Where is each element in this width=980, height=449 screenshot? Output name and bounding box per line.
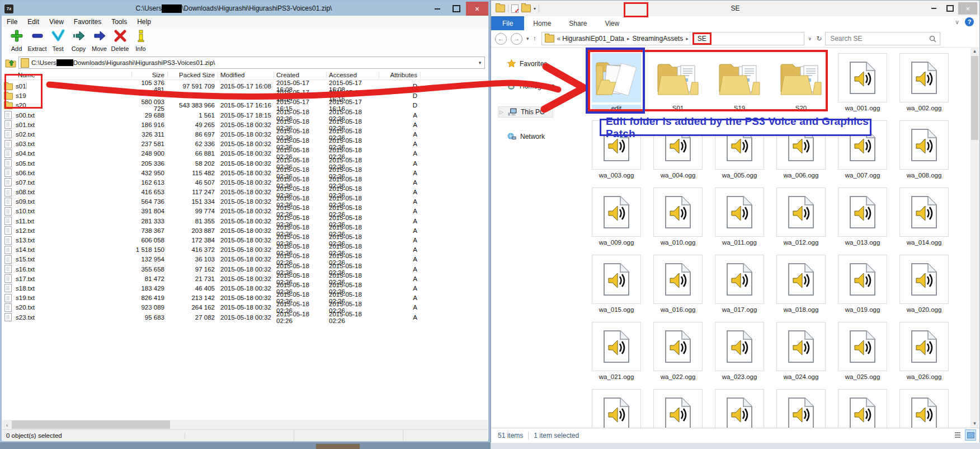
file-tile[interactable]: wa_010.ogg xyxy=(653,188,703,246)
file-tile[interactable]: wa_001.ogg xyxy=(838,53,887,111)
file-tile[interactable]: wa_011.ogg xyxy=(715,188,764,246)
test-button[interactable]: Test xyxy=(48,29,68,52)
file-name[interactable]: s07.txt xyxy=(16,179,35,186)
file-name[interactable]: s11.txt xyxy=(16,218,34,225)
table-row[interactable]: s20580 093 725543 383 9662015-05-17 16:1… xyxy=(2,99,488,108)
table-row[interactable]: s13.txt606 058172 3842015-05-18 00:32201… xyxy=(2,233,488,243)
file-tile[interactable]: wa_024.ogg xyxy=(776,322,826,380)
column-name[interactable]: Name xyxy=(16,72,132,78)
file-tile[interactable]: wa_023.ogg xyxy=(715,322,764,380)
file-tile[interactable]: wa_026.ogg xyxy=(899,322,949,380)
file-tile[interactable]: wa_002.ogg xyxy=(899,53,949,111)
table-row[interactable]: s192015-05-17 16:142015-05-17 16:15D xyxy=(2,89,488,99)
file-name[interactable]: s06.txt xyxy=(16,170,35,176)
column-modified[interactable]: Modified xyxy=(218,72,274,78)
column-attributes[interactable]: Attributes xyxy=(379,72,421,78)
copy-button[interactable]: Copy xyxy=(68,29,89,52)
file-name[interactable]: s02.txt xyxy=(16,131,35,138)
table-row[interactable]: s00.txt29 6881 5612015-05-17 18:152015-0… xyxy=(2,109,488,118)
column-packed-size[interactable]: Packed Size xyxy=(168,72,218,78)
table-row[interactable]: s04.txt248 90066 8812015-05-18 00:322015… xyxy=(2,147,488,156)
up-directory-icon[interactable] xyxy=(5,58,16,68)
file-tile[interactable]: wa_016.ogg xyxy=(653,255,703,313)
details-view-button[interactable] xyxy=(952,429,963,441)
sevenzip-titlebar[interactable]: 7z C:\Users\Downloads\Higurashi\Higurash… xyxy=(2,2,488,16)
sevenzip-address-combobox[interactable]: C:\UsersDownloads\Higurashi\HigurashiPS3… xyxy=(18,57,485,69)
move-button[interactable]: Move xyxy=(89,29,110,52)
table-row[interactable]: s02.txt326 31186 6972015-05-18 00:322015… xyxy=(2,128,488,137)
file-name[interactable]: s01 xyxy=(16,83,26,90)
file-tile[interactable] xyxy=(899,389,949,428)
table-row[interactable]: s18.txt183 42946 4052015-05-18 00:322015… xyxy=(2,282,488,291)
file-tile[interactable]: wa_007.ogg xyxy=(838,120,887,179)
scroll-down-icon[interactable]: ▼ xyxy=(970,419,979,428)
file-name[interactable]: s04.txt xyxy=(16,150,35,157)
file-name[interactable]: s15.txt xyxy=(16,256,35,263)
scrollbar-thumb[interactable] xyxy=(12,420,170,429)
folder-tile[interactable]: S19 xyxy=(715,53,764,111)
file-name[interactable]: s05.txt xyxy=(16,160,35,167)
file-name[interactable]: s00.txt xyxy=(16,112,35,119)
column-size[interactable]: Size xyxy=(132,72,168,78)
file-tile[interactable]: wa_019.ogg xyxy=(838,255,887,313)
add-button[interactable]: Add xyxy=(6,29,27,52)
column-accessed[interactable]: Accessed xyxy=(327,72,379,78)
table-row[interactable]: s09.txt564 736151 3342015-05-18 00:32201… xyxy=(2,195,488,204)
file-tile[interactable] xyxy=(592,389,641,428)
folder-tile[interactable]: S20 xyxy=(776,53,826,111)
table-row[interactable]: s17.txt81 47221 7312015-05-18 00:322015-… xyxy=(2,272,488,282)
file-name[interactable]: s08.txt xyxy=(16,189,35,195)
file-name[interactable]: s18.txt xyxy=(16,285,35,292)
file-name[interactable]: s12.txt xyxy=(16,227,35,234)
file-tile[interactable]: wa_022.ogg xyxy=(653,322,703,380)
table-row[interactable]: s08.txt416 653117 2472015-05-18 00:32201… xyxy=(2,185,488,195)
column-created[interactable]: Created xyxy=(274,72,327,78)
maximize-button[interactable] xyxy=(447,2,466,16)
file-tile[interactable]: wa_025.ogg xyxy=(838,322,887,380)
folder-tile[interactable]: S01 xyxy=(653,53,703,111)
file-name[interactable]: s03.txt xyxy=(16,141,35,147)
scroll-left-icon[interactable]: ‹ xyxy=(2,422,12,428)
file-name[interactable]: s14.txt xyxy=(16,246,35,253)
file-tile[interactable]: wa_020.ogg xyxy=(899,255,949,313)
file-tile[interactable]: wa_008.ogg xyxy=(899,120,949,179)
menu-file[interactable]: File xyxy=(2,18,22,26)
file-name[interactable]: s13.txt xyxy=(16,237,35,244)
menu-edit[interactable]: Edit xyxy=(22,18,44,26)
file-name[interactable]: s17.txt xyxy=(16,275,35,282)
table-row[interactable]: s01.txt186 91649 2652015-05-18 00:322015… xyxy=(2,118,488,128)
file-name[interactable]: s16.txt xyxy=(16,266,35,273)
table-row[interactable]: s03.txt237 58162 3362015-05-18 00:322015… xyxy=(2,137,488,147)
table-row[interactable]: s05.txt205 33658 2022015-05-18 00:322015… xyxy=(2,157,488,166)
file-tile[interactable]: wa_004.ogg xyxy=(653,120,703,179)
file-tile[interactable]: wa_018.ogg xyxy=(776,255,826,313)
table-row[interactable]: s16.txt355 65897 1622015-05-18 00:322015… xyxy=(2,263,488,272)
file-tile[interactable] xyxy=(653,389,703,428)
close-button[interactable]: × xyxy=(466,2,488,16)
file-name[interactable]: s10.txt xyxy=(16,208,35,214)
file-name[interactable]: s20 xyxy=(16,102,26,109)
menu-view[interactable]: View xyxy=(44,18,69,26)
table-row[interactable]: s11.txt281 33381 3552015-05-18 00:322015… xyxy=(2,214,488,224)
file-tile[interactable]: wa_014.ogg xyxy=(899,188,949,246)
table-row[interactable]: s20.txt923 089264 1622015-05-18 00:32201… xyxy=(2,301,488,310)
file-tile[interactable]: wa_013.ogg xyxy=(838,188,887,246)
file-tile[interactable]: wa_006.ogg xyxy=(776,120,826,179)
file-tile[interactable] xyxy=(838,389,887,428)
file-tile[interactable]: wa_012.ogg xyxy=(776,188,826,246)
file-tile[interactable]: wa_005.ogg xyxy=(715,120,764,179)
table-row[interactable]: s01105 376 48197 591 7092015-05-17 16:08… xyxy=(2,79,488,89)
file-tile[interactable]: wa_009.ogg xyxy=(592,188,641,246)
table-row[interactable]: s23.txt95 68327 0822015-05-18 00:322015-… xyxy=(2,311,488,320)
file-tile[interactable]: wa_015.ogg xyxy=(592,255,641,313)
file-name[interactable]: s19.txt xyxy=(16,294,35,301)
extract-button[interactable]: Extract xyxy=(27,29,48,52)
file-name[interactable]: s19 xyxy=(16,92,26,99)
scroll-up-icon[interactable]: ▲ xyxy=(970,47,979,55)
minimize-button[interactable] xyxy=(428,2,447,16)
file-tile[interactable]: wa_017.ogg xyxy=(715,255,764,313)
file-tile[interactable]: wa_003.ogg xyxy=(592,120,641,179)
address-dropdown-icon[interactable]: ▾ xyxy=(475,60,484,66)
horizontal-scrollbar[interactable]: ‹ xyxy=(2,420,488,429)
file-tile[interactable]: wa_021.ogg xyxy=(592,322,641,380)
